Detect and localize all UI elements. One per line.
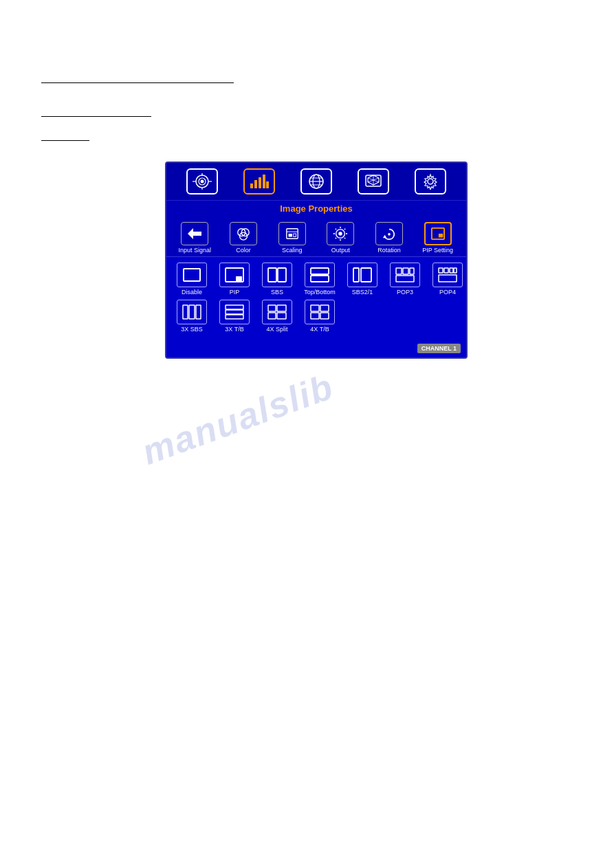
sub-item-pip-setting[interactable]: PIP Setting <box>419 222 457 254</box>
layout-pip[interactable]: PIP <box>216 263 253 296</box>
menu-item-settings[interactable] <box>415 168 446 194</box>
top-bottom-label: Top/Bottom <box>304 289 336 296</box>
svg-rect-68 <box>226 315 243 319</box>
sub-item-input-signal[interactable]: Input Signal <box>175 222 214 254</box>
input-signal-svg <box>186 227 203 241</box>
sbs-label: SBS <box>271 289 283 296</box>
svg-rect-58 <box>439 268 443 273</box>
layout-pop4[interactable]: POP4 <box>429 263 466 296</box>
layout-sbs21[interactable]: SBS2/1 <box>344 263 381 296</box>
svg-line-37 <box>344 229 345 230</box>
rotation-label: Rotation <box>377 247 401 254</box>
svg-rect-60 <box>450 268 453 273</box>
layout-top-bottom[interactable]: Top/Bottom <box>301 263 338 296</box>
svg-rect-53 <box>361 268 371 282</box>
channel-badge: CHANNEL 1 <box>417 344 461 353</box>
4xtb-icon-box <box>305 300 335 324</box>
input-signal-icon <box>181 222 208 245</box>
4xsplit-icon-box <box>262 300 292 324</box>
svg-point-40 <box>339 232 342 235</box>
sub-item-output[interactable]: Output <box>321 222 360 254</box>
3xtb-icon-box <box>219 300 250 324</box>
svg-rect-61 <box>454 268 457 273</box>
image-properties-icon-box <box>243 168 275 194</box>
svg-rect-65 <box>196 305 201 319</box>
color-label: Color <box>236 247 251 254</box>
pip-setting-label: PIP Setting <box>422 247 453 254</box>
output-icon <box>327 222 354 245</box>
network-icon-box <box>300 168 332 194</box>
svg-rect-75 <box>311 313 319 319</box>
pop4-label: POP4 <box>439 289 456 296</box>
sub-item-scaling[interactable]: Scaling <box>273 222 311 254</box>
page-content: Image Properties Input Signal <box>0 0 614 400</box>
sub-item-rotation[interactable]: Rotation <box>370 222 408 254</box>
svg-rect-67 <box>226 310 243 314</box>
pip-setting-svg <box>430 227 446 241</box>
section-line-2 <box>41 116 151 117</box>
display-icon <box>364 173 383 190</box>
svg-rect-44 <box>439 234 443 237</box>
svg-rect-64 <box>189 305 195 319</box>
svg-rect-48 <box>268 268 276 282</box>
svg-rect-57 <box>396 276 414 282</box>
sbs-icon-box <box>262 263 292 287</box>
layout-pop3[interactable]: POP3 <box>386 263 424 296</box>
3xtb-svg <box>224 304 245 320</box>
disable-svg <box>182 267 202 283</box>
osd-title: Image Properties <box>166 201 466 218</box>
svg-line-39 <box>344 238 345 238</box>
input-signal-label: Input Signal <box>179 247 212 254</box>
layout-sbs[interactable]: SBS <box>259 263 296 296</box>
image-properties-icon <box>250 173 269 190</box>
pop4-svg <box>437 267 458 283</box>
color-svg <box>235 227 252 241</box>
menu-item-display[interactable] <box>358 168 389 194</box>
svg-rect-29 <box>288 234 292 237</box>
settings-icon-box <box>415 168 446 194</box>
pip-setting-icon <box>424 222 452 245</box>
svg-rect-9 <box>259 177 261 188</box>
sub-item-color[interactable]: Color <box>224 222 263 254</box>
4xtb-label: 4X T/B <box>310 326 329 333</box>
svg-rect-59 <box>444 268 448 273</box>
svg-rect-11 <box>266 181 269 188</box>
layout-disable[interactable]: Disable <box>173 263 210 296</box>
layout-3xsbs[interactable]: 3X SBS <box>173 300 210 333</box>
3xsbs-icon-box <box>177 300 207 324</box>
pip-label: PIP <box>230 289 240 296</box>
layout-options: Disable PIP <box>166 257 466 357</box>
layout-4xsplit[interactable]: 4X Split <box>259 300 296 333</box>
svg-rect-55 <box>403 268 408 274</box>
sbs21-svg <box>352 267 373 283</box>
svg-rect-71 <box>268 313 276 319</box>
svg-rect-72 <box>277 313 286 319</box>
menu-item-input-video[interactable] <box>186 168 218 194</box>
svg-rect-76 <box>320 313 329 319</box>
rotation-icon <box>375 222 403 245</box>
svg-rect-69 <box>268 305 276 311</box>
channel-text: CHANNEL 1 <box>421 345 457 352</box>
top-bottom-svg <box>309 267 330 283</box>
3xtb-label: 3X T/B <box>225 326 243 333</box>
3xsbs-label: 3X SBS <box>181 326 203 333</box>
rotation-svg <box>381 227 397 241</box>
svg-point-42 <box>388 233 391 236</box>
svg-rect-63 <box>183 305 188 319</box>
layout-4xtb[interactable]: 4X T/B <box>301 300 338 333</box>
svg-rect-70 <box>277 305 286 311</box>
svg-rect-47 <box>236 276 242 281</box>
4xsplit-label: 4X Split <box>266 326 287 333</box>
section-line-3 <box>41 140 89 141</box>
svg-line-38 <box>336 238 336 238</box>
3xsbs-svg <box>182 304 202 320</box>
top-menu <box>166 163 466 201</box>
menu-item-network[interactable] <box>300 168 332 194</box>
svg-rect-52 <box>353 268 359 282</box>
layout-3xtb[interactable]: 3X T/B <box>216 300 253 333</box>
svg-rect-45 <box>184 269 200 281</box>
menu-item-image-properties[interactable] <box>243 168 275 194</box>
pip-icon-box <box>219 263 250 287</box>
sbs21-icon-box <box>347 263 377 287</box>
svg-rect-8 <box>254 180 257 188</box>
